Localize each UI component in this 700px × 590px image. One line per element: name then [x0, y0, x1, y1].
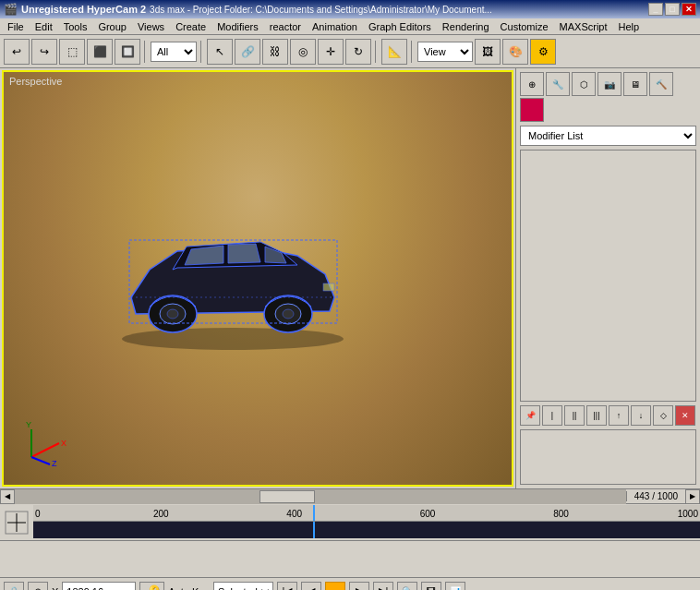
select-filter-button[interactable]: 🔲 — [115, 39, 140, 65]
svg-line-9 — [31, 443, 59, 457]
menu-reactor[interactable]: reactor — [264, 20, 307, 33]
remove-modifier-btn[interactable]: ✕ — [675, 405, 695, 426]
stack-btn5[interactable]: ↓ — [631, 405, 651, 426]
stop-button[interactable]: ■ — [325, 582, 345, 591]
stack-btn4[interactable]: ↑ — [609, 405, 629, 426]
minimize-button[interactable]: _ — [648, 3, 663, 16]
timeline-icon-svg — [4, 510, 30, 536]
x-label: X — [52, 586, 58, 591]
close-button[interactable]: ✕ — [682, 3, 696, 16]
titlebar-title: Unregistered HyperCam 2 — [21, 4, 146, 15]
menubar: File Edit Tools Group Views Create Modif… — [0, 18, 700, 35]
menu-customize[interactable]: Customize — [495, 20, 554, 33]
menu-tools[interactable]: Tools — [58, 20, 93, 33]
create-tab[interactable]: ⊕ — [520, 72, 544, 96]
timeline-ruler[interactable]: 0 200 400 600 800 1000 — [33, 505, 700, 540]
prev-frame-button[interactable]: ◀ — [301, 582, 321, 591]
motion-tab[interactable]: 📷 — [597, 72, 622, 96]
svg-text:X: X — [61, 439, 66, 448]
key-icon-btn[interactable]: 🔑 — [139, 582, 164, 591]
horizontal-scrollbar: ◀ 443 / 1000 ▶ — [0, 488, 700, 503]
right-panel: ⊕ 🔧 ⬡ 📷 🖥 🔨 Modifier List 📌 | || ||| ↑ ↓… — [515, 68, 700, 488]
menu-rendering[interactable]: Rendering — [437, 20, 495, 33]
redo-button[interactable]: ↪ — [31, 39, 57, 65]
goto-end-button[interactable]: ▶| — [373, 582, 393, 591]
viewport-label: Perspective — [9, 76, 62, 87]
toolbar-sep3 — [375, 41, 378, 63]
app-icon: 🎬 — [4, 3, 18, 16]
render-output-button[interactable]: 📊 — [445, 582, 465, 591]
scroll-left-btn[interactable]: ◀ — [0, 489, 15, 504]
hierarchy-tab[interactable]: ⬡ — [572, 72, 596, 96]
pin-stack-button[interactable]: 📌 — [520, 405, 540, 426]
bottom-controls: 🔒 ⊕ X 🔑 Auto Key Selected |◀ ◀ ■ ▶ ▶| 🔍 … — [0, 577, 700, 590]
timeline-track[interactable] — [33, 522, 700, 538]
svg-line-13 — [31, 457, 50, 464]
menu-graph-editors[interactable]: Graph Editors — [363, 20, 437, 33]
bind-button[interactable]: ◎ — [290, 39, 316, 65]
color-swatch[interactable] — [520, 98, 544, 122]
next-frame-button[interactable]: ▶ — [349, 582, 369, 591]
timeline-area: 0 200 400 600 800 1000 — [0, 503, 700, 577]
snap-button[interactable]: 📐 — [381, 39, 407, 65]
make-unique-btn[interactable]: ◇ — [653, 405, 673, 426]
menu-create[interactable]: Create — [170, 20, 211, 33]
titlebar-subtitle: 3ds max - Project Folder: C:\Documents a… — [150, 5, 492, 15]
timeline-icon — [0, 508, 33, 537]
toolbar-sep1 — [144, 41, 147, 63]
utilities-tab[interactable]: 🔨 — [649, 72, 673, 96]
menu-group[interactable]: Group — [92, 20, 132, 33]
timeline-playhead[interactable] — [313, 505, 315, 521]
viewport[interactable]: X Y Z Perspective — [2, 70, 513, 487]
panel-icons: ⊕ 🔧 ⬡ 📷 🖥 🔨 — [520, 72, 696, 122]
stack-btn2[interactable]: || — [564, 405, 585, 426]
stack-btn3[interactable]: ||| — [586, 405, 607, 426]
render-scene-button[interactable]: 🎨 — [502, 39, 528, 65]
scroll-track[interactable] — [15, 489, 626, 504]
cursor-button[interactable]: ↖ — [207, 39, 233, 65]
undo-button[interactable]: ↩ — [4, 39, 30, 65]
svg-text:Y: Y — [26, 420, 31, 429]
tick-1000: 1000 — [678, 509, 698, 519]
toolbar-sep2 — [200, 41, 203, 63]
toolbar: ↩ ↪ ⬚ ⬛ 🔲 All ↖ 🔗 ⛓ ◎ ✛ ↻ 📐 View 🖼 🎨 ⚙ — [0, 35, 700, 68]
settings-button[interactable]: ⚙ — [530, 39, 556, 65]
goto-start-button[interactable]: |◀ — [277, 582, 297, 591]
add-time-button[interactable]: ⊕ — [28, 582, 48, 591]
panel-bottom-icons: 📌 | || ||| ↑ ↓ ◇ ✕ — [520, 405, 696, 426]
select-button[interactable]: ⬚ — [59, 39, 85, 65]
move-button[interactable]: ✛ — [318, 39, 344, 65]
menu-maxscript[interactable]: MAXScript — [554, 20, 613, 33]
tick-0: 0 — [35, 509, 41, 519]
auto-key-label: Auto Key — [168, 586, 210, 591]
titlebar-buttons: _ □ ✕ — [648, 3, 696, 16]
menu-file[interactable]: File — [2, 20, 30, 33]
svg-rect-8 — [323, 283, 334, 291]
link-button[interactable]: 🔗 — [235, 39, 260, 65]
panel-properties-area — [520, 429, 696, 485]
menu-help[interactable]: Help — [613, 20, 646, 33]
menu-animation[interactable]: Animation — [307, 20, 363, 33]
maximize-button[interactable]: □ — [665, 3, 680, 16]
x-coordinate-input[interactable] — [62, 582, 136, 591]
tick-200: 200 — [153, 509, 169, 519]
render-preview-button[interactable]: 🎞 — [421, 582, 441, 591]
reference-dropdown[interactable]: View — [417, 42, 473, 62]
render-button[interactable]: 🖼 — [475, 39, 501, 65]
scroll-right-btn[interactable]: ▶ — [685, 489, 700, 504]
select-region-button[interactable]: ⬛ — [87, 39, 113, 65]
stack-btn1[interactable]: | — [542, 405, 562, 426]
menu-modifiers[interactable]: Modifiers — [211, 20, 264, 33]
rotate-button[interactable]: ↻ — [345, 39, 371, 65]
menu-views[interactable]: Views — [132, 20, 170, 33]
unlink-button[interactable]: ⛓ — [262, 39, 288, 65]
lock-selection-button[interactable]: 🔒 — [4, 582, 24, 591]
display-tab[interactable]: 🖥 — [623, 72, 647, 96]
modifier-list-dropdown[interactable]: Modifier List — [520, 126, 696, 146]
modify-tab[interactable]: 🔧 — [546, 72, 570, 96]
scroll-thumb[interactable] — [259, 490, 315, 503]
filter-dropdown[interactable]: All — [151, 42, 197, 62]
auto-key-dropdown[interactable]: Selected — [213, 582, 273, 591]
search-key-button[interactable]: 🔍 — [397, 582, 417, 591]
menu-edit[interactable]: Edit — [30, 20, 58, 33]
